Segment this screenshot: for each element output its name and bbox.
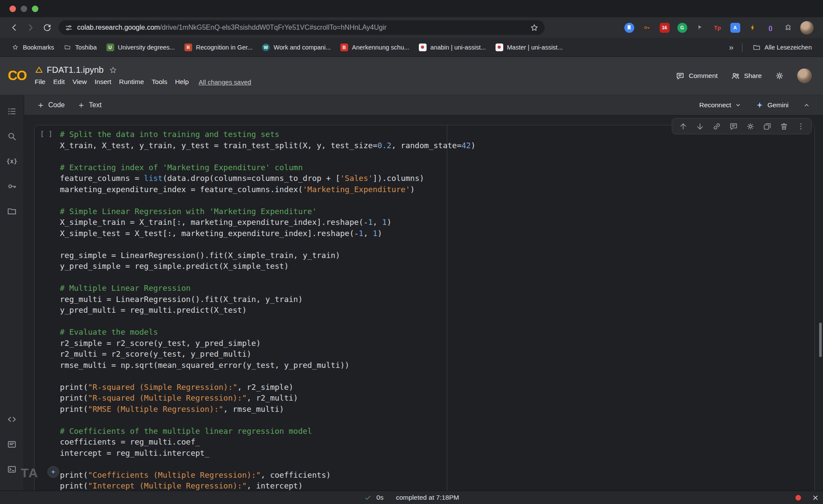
bookmark-item[interactable]: WWork and compani...	[258, 41, 335, 53]
comment-button[interactable]: Comment	[676, 72, 717, 81]
back-button[interactable]	[6, 19, 22, 36]
code-line	[60, 370, 814, 382]
notebook-column: Code Text Reconnect Gemini	[24, 95, 823, 491]
colab-profile-avatar[interactable]	[797, 68, 812, 83]
more-cell-actions-icon[interactable]	[795, 121, 806, 132]
terminal-icon[interactable]	[3, 460, 21, 478]
assistant-sparkle-icon	[50, 469, 56, 475]
reconnect-button[interactable]: Reconnect	[699, 101, 742, 109]
files-icon[interactable]	[3, 202, 21, 220]
share-people-icon	[731, 71, 740, 81]
status-right	[795, 494, 823, 502]
menu-edit[interactable]: Edit	[49, 77, 69, 87]
translate-extension-icon[interactable]: A	[727, 20, 743, 35]
move-cell-up-icon[interactable]	[677, 121, 689, 132]
bookmarks-right: » Alle Lesezeichen	[726, 41, 816, 53]
run-cell-button[interactable]: [ ]	[34, 125, 60, 491]
site-info-icon[interactable]	[65, 24, 73, 32]
add-comment-icon[interactable]	[728, 121, 739, 132]
grammar-icon: G	[677, 23, 687, 33]
add-code-button[interactable]: Code	[37, 101, 65, 109]
url-path: /drive/1mNkG5EnQ-els3RsishddW0TqFrYe51VC…	[160, 24, 387, 31]
share-button[interactable]: Share	[731, 71, 762, 81]
menu-view[interactable]: View	[69, 77, 90, 87]
bookmark-item[interactable]: RRecognition in Ger...	[180, 41, 257, 53]
close-window-button[interactable]	[9, 6, 16, 12]
move-cell-down-icon[interactable]	[694, 121, 705, 132]
extensions-puzzle-icon[interactable]	[780, 20, 796, 35]
bookmark-item[interactable]: UUniversity degrees...	[102, 41, 179, 53]
url-domain: colab.research.google.com	[77, 24, 160, 31]
grammar-extension-icon[interactable]: G	[674, 20, 690, 35]
colab-logo[interactable]: CO	[8, 68, 26, 84]
red-badge-extension-icon[interactable]: 16	[657, 20, 672, 35]
refresh-button[interactable]	[39, 19, 55, 36]
key-extension-icon[interactable]	[639, 20, 655, 35]
tp-extension-icon[interactable]: Tp	[710, 20, 725, 35]
code-line: X_train, X_test, y_train, y_test = train…	[60, 140, 814, 151]
bookmark-item[interactable]: Master | uni-assist...	[491, 41, 567, 53]
gemini-button[interactable]: Gemini	[756, 101, 789, 109]
url-bar[interactable]: colab.research.google.com/drive/1mNkG5En…	[59, 20, 545, 35]
code-snippets-icon[interactable]	[3, 411, 21, 428]
close-status-icon[interactable]	[811, 494, 820, 502]
code-cell[interactable]: [ ] # Split the data into training and t…	[34, 125, 815, 491]
bookmark-label: Bookmarks	[23, 44, 54, 51]
bookmark-star-icon[interactable]	[530, 23, 539, 32]
zoom-window-button[interactable]	[32, 6, 38, 12]
notebook-scroll-area[interactable]: [ ] # Split the data into training and t…	[24, 115, 823, 491]
cursor-icon	[695, 23, 705, 33]
minimize-window-button[interactable]	[21, 6, 27, 12]
secrets-icon[interactable]	[3, 177, 21, 195]
star-notebook-icon[interactable]	[109, 66, 117, 74]
search-icon[interactable]	[3, 128, 21, 145]
bolt-extension-icon[interactable]	[745, 20, 761, 35]
collapse-sections-icon[interactable]	[802, 101, 811, 109]
browser-profile-avatar[interactable]	[800, 21, 814, 34]
bookmark-label: University degrees...	[118, 44, 175, 51]
menu-insert[interactable]: Insert	[91, 77, 115, 87]
bookmark-item[interactable]: BAnerkennung schu...	[336, 41, 414, 53]
editor-settings-icon[interactable]	[745, 121, 756, 132]
bookmark-item[interactable]: Bookmarks	[7, 41, 59, 53]
settings-gear-icon[interactable]	[775, 71, 784, 81]
execution-duration: 0s	[377, 494, 383, 501]
variables-icon[interactable]: {x}	[3, 152, 21, 170]
table-of-contents-icon[interactable]	[3, 103, 21, 120]
bookmark-item[interactable]: Toshiba	[59, 41, 101, 53]
menu-tools[interactable]: Tools	[148, 77, 171, 87]
code-line: reg_simple = LinearRegression().fit(X_si…	[60, 250, 814, 261]
copy-link-to-cell-icon[interactable]	[711, 121, 722, 132]
code-line: print("Intercept (Multiple Regression):"…	[60, 480, 814, 491]
bookmarks-overflow-button[interactable]: »	[726, 43, 736, 52]
mirror-cell-icon[interactable]	[761, 121, 773, 132]
code-editor[interactable]: # Split the data into training and testi…	[60, 125, 814, 491]
add-text-button[interactable]: Text	[78, 101, 101, 109]
command-palette-icon[interactable]	[3, 436, 21, 453]
notebook-title[interactable]: FDAT1.1.ipynb	[47, 65, 104, 75]
overlay-watermark: TA	[21, 466, 39, 480]
cursor-extension-icon[interactable]	[692, 20, 708, 35]
menu-file[interactable]: File	[31, 77, 50, 87]
url-text: colab.research.google.com/drive/1mNkG5En…	[77, 24, 526, 31]
menu-runtime[interactable]: Runtime	[115, 77, 148, 87]
delete-cell-icon[interactable]	[778, 121, 789, 132]
execution-status: 0s completed at 7:18PM	[364, 494, 459, 501]
code-line: print("RMSE (Multiple Regression):", rms…	[60, 404, 814, 415]
code-line: r2_simple = r2_score(y_test, y_pred_simp…	[60, 338, 814, 349]
vertical-scrollbar[interactable]	[819, 323, 822, 357]
forward-button[interactable]	[22, 19, 39, 36]
chrome-toolbar: colab.research.google.com/drive/1mNkG5En…	[0, 17, 823, 38]
bookmark-label: Toshiba	[75, 44, 97, 51]
assistant-badge[interactable]	[47, 466, 59, 478]
bookmark-item[interactable]: anabin | uni-assist...	[415, 41, 490, 53]
execution-status-bar: 0s completed at 7:18PM	[0, 491, 823, 504]
code-line: y_pred_simple = reg_simple.predict(X_sim…	[60, 261, 814, 272]
menu-help[interactable]: Help	[171, 77, 193, 87]
comment-label: Comment	[689, 72, 717, 80]
save-status[interactable]: All changes saved	[199, 78, 251, 86]
all-bookmarks-folder[interactable]: Alle Lesezeichen	[748, 41, 816, 53]
bookmark-extension-icon[interactable]	[621, 20, 637, 35]
parentheses-extension-icon[interactable]: ()	[763, 20, 778, 35]
code-line: print("R-squared (Multiple Regression):"…	[60, 392, 814, 404]
